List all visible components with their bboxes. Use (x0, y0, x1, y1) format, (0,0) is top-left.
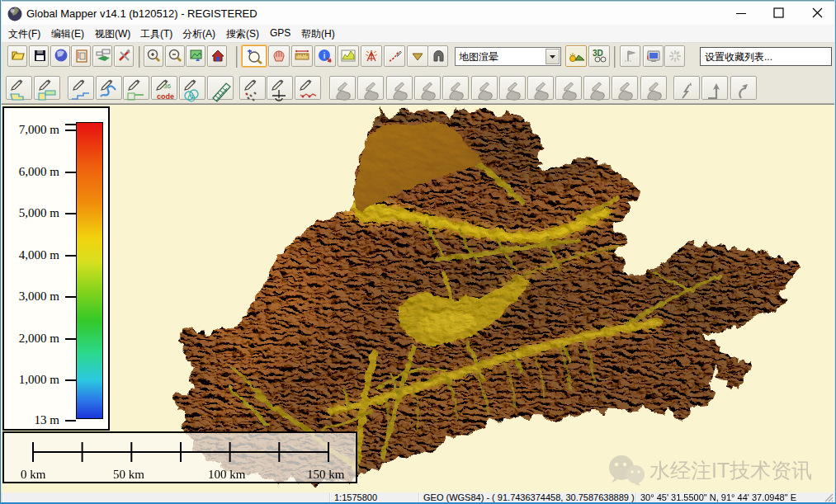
svg-text:code: code (157, 92, 174, 101)
svg-text:i: i (324, 50, 325, 60)
svg-text:36: 36 (163, 82, 171, 90)
svg-text:3D: 3D (593, 49, 603, 58)
svg-text:i: i (647, 54, 649, 60)
